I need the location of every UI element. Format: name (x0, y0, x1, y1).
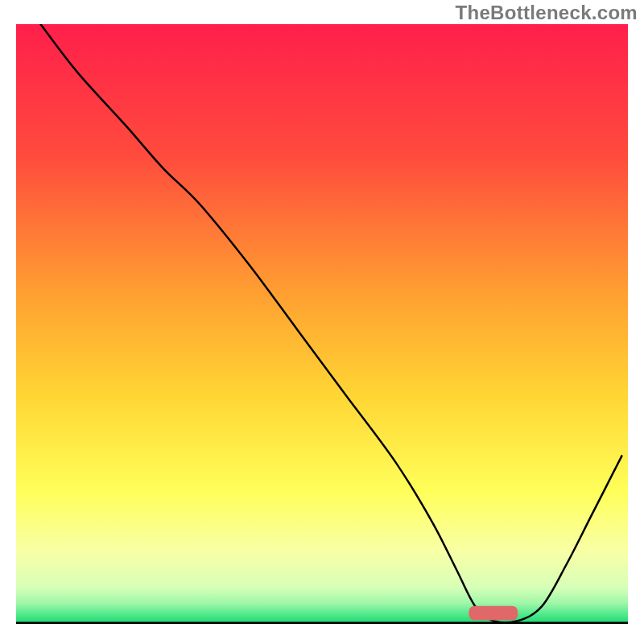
watermark-text: TheBottleneck.com (456, 2, 638, 24)
chart-stage: TheBottleneck.com (0, 0, 644, 644)
plot-area (16, 24, 628, 624)
optimal-range-marker (469, 606, 518, 621)
gradient-background (16, 24, 628, 624)
bottleneck-chart (16, 24, 628, 624)
